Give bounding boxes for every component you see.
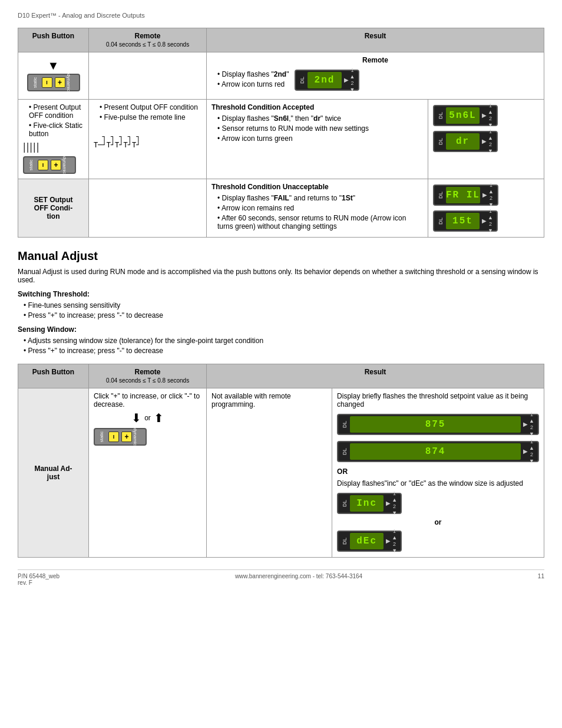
set-output-label: SET OutputOFF Condi-tion — [18, 179, 89, 238]
lcd-dec-text: dEc — [356, 536, 377, 546]
t2-col3-header: Result — [207, 364, 544, 388]
row3-displays: DL FR IL ▶ 1 ▲ 2 ▼ DL — [428, 179, 544, 238]
lcd-2nd: DL 2nd ▶ 1 ▲ 2 ▼ — [295, 70, 359, 91]
t2-col2-header: Remote 0.04 seconds ≤ T ≤ 0.8 seconds — [89, 364, 207, 388]
row1-remote — [89, 52, 207, 100]
row2-remote: Present Output OFF condition Five-pulse … — [89, 100, 207, 179]
or-divider: or — [337, 518, 539, 526]
page-footer: P/N 65448_web rev. F www.bannerengineeri… — [18, 569, 544, 586]
col2-header: Remote 0.04 seconds ≤ T ≤ 0.8 seconds — [89, 28, 207, 52]
footer-center: www.bannerengineering.com - tel: 763-544… — [235, 573, 362, 586]
lcd-2nd-text: 2nd — [315, 75, 335, 85]
result-displays-inc: DL Inc ▶ 1 ▲ 2 ▼ — [337, 491, 539, 554]
result-displays-875: DL 875 ▶ 1 ▲ 2 ▼ — [337, 412, 539, 464]
row2-displays: DL 5n6L ▶ 1 ▲ 2 ▼ DL — [428, 100, 544, 179]
threshold-unacceptable-title: Threshold Condition Unacceptable — [211, 183, 423, 191]
row2-pb: Present Output OFF condition Five-click … — [18, 100, 89, 179]
lcd-875-text: 875 — [425, 419, 446, 430]
lcd-fail: DL FR IL ▶ 1 ▲ 2 ▼ — [433, 185, 498, 206]
lcd-dr: DL dr ▶ 1 ▲ 2 ▼ — [433, 131, 498, 152]
lcd-1st-text: 15t — [452, 216, 473, 226]
manual-adjust-row-label: Manual Ad-just — [18, 388, 89, 558]
lcd-sn6l: DL 5n6L ▶ 1 ▲ 2 ▼ — [433, 105, 498, 126]
row3-result: Threshold Condition Unacceptable Display… — [207, 179, 428, 238]
controller-img-1: static I + dynamic — [27, 74, 80, 91]
sensing-window-label: Sensing Window: — [18, 325, 544, 334]
table1: Push Button Remote 0.04 seconds ≤ T ≤ 0.… — [18, 28, 544, 238]
sensing-bullets: Adjusts sensing window size (tolerance) … — [24, 337, 544, 355]
threshold-accepted-title: Threshold Condition Accepted — [211, 103, 423, 111]
lcd-inc: DL Inc ▶ 1 ▲ 2 ▼ — [337, 493, 402, 514]
lcd-dr-text: dr — [456, 136, 470, 147]
switching-bullets: Fine-tunes sensing sensitivity Press "+"… — [24, 301, 544, 319]
switching-threshold-label: Switching Threshold: — [18, 290, 544, 298]
footer-left: P/N 65448_web rev. F — [18, 573, 59, 586]
manual-adjust-desc: Manual Adjust is used during RUN mode an… — [18, 268, 544, 284]
controller-img-2: static I + dynamic — [23, 156, 76, 174]
lcd-dec: DL dEc ▶ 1 ▲ 2 ▼ — [337, 531, 402, 552]
controller-diagram-1: ▼ static I + dynamic — [23, 59, 84, 93]
t2-col1-header: Push Button — [18, 364, 89, 388]
t2-result-cell: Display briefly flashes the threshold se… — [332, 388, 544, 558]
lcd-fail-text: FR IL — [446, 190, 480, 200]
t2-remote-cell: Not available with remote programming. — [207, 388, 332, 558]
five-clicks-icon: ||||| — [23, 141, 84, 153]
page-header: D10 Expert™ - Analog and Discrete Output… — [18, 12, 544, 19]
footer-right: 11 — [538, 573, 544, 586]
table2: Push Button Remote 0.04 seconds ≤ T ≤ 0.… — [18, 364, 544, 558]
row1-bullets: Display flashes "2nd" Arrow icon turns r… — [211, 70, 289, 90]
arrow-down-icon: ▼ — [48, 59, 59, 73]
t2-pb-cell: Click "+" to increase, or click "-" to d… — [89, 388, 207, 558]
row1-result: Remote Display flashes "2nd" Arrow icon … — [207, 52, 544, 100]
manual-adjust-section: Manual Adjust Manual Adjust is used duri… — [18, 249, 544, 355]
col1-header: Push Button — [18, 28, 89, 52]
controller-img-3: static I + dynamic — [94, 428, 147, 446]
or-text: OR — [337, 467, 539, 476]
col3-header: Result — [207, 28, 544, 52]
manual-adjust-title: Manual Adjust — [18, 249, 544, 263]
lcd-1st: DL 15t ▶ 1 ▲ 2 ▼ — [433, 210, 498, 232]
lcd-875: DL 875 ▶ 1 ▲ 2 ▼ — [337, 414, 539, 435]
lcd-sn6l-text: 5n6L — [449, 110, 476, 121]
row1-pb: ▼ static I + dynamic — [18, 52, 89, 100]
row2-result: Threshold Condition Accepted Display fla… — [207, 100, 428, 179]
lcd-874-text: 874 — [425, 446, 446, 457]
remote-label: Remote — [211, 56, 539, 64]
pulse-diagram: ┐ ┐ ┐ ┐ ┐ T─┘T┘T┘T┘T┘ — [94, 124, 201, 149]
row3-pb — [89, 179, 207, 238]
lcd-inc-text: Inc — [356, 498, 377, 509]
arrows-or-diagram: ⬇ or ⬆ — [94, 411, 201, 425]
lcd-874: DL 874 ▶ 1 ▲ 2 ▼ — [337, 441, 539, 462]
